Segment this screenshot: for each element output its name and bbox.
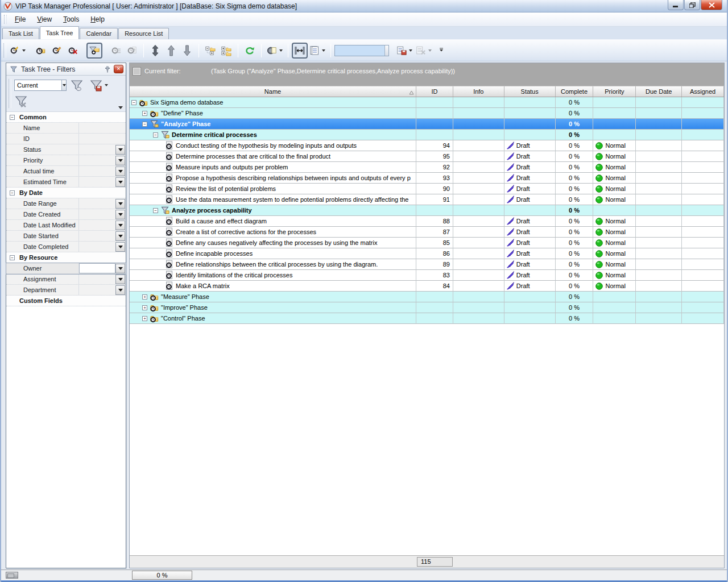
filter-item-value[interactable] xyxy=(79,220,115,230)
column-header-priority[interactable]: Priority xyxy=(593,86,636,97)
column-header-name[interactable]: Name xyxy=(130,86,416,97)
filter-item-value[interactable] xyxy=(79,177,115,187)
expand-icon[interactable]: + xyxy=(142,111,147,116)
filter-item-value[interactable] xyxy=(79,285,115,295)
grid-row[interactable]: −Analyze process capability0 % xyxy=(130,205,724,216)
column-header-status[interactable]: Status xyxy=(504,86,556,97)
grid-row[interactable]: Create a list of corrective actions for … xyxy=(130,227,724,238)
filter-panel-close-button[interactable]: ✕ xyxy=(114,65,123,73)
column-header-complete[interactable]: Complete xyxy=(556,86,594,97)
refresh-button[interactable] xyxy=(242,43,258,59)
close-button[interactable] xyxy=(701,0,722,10)
grid-row[interactable]: −Six Sigma demo database0 % xyxy=(130,97,724,108)
new-task-group-button[interactable] xyxy=(33,43,49,59)
filter-section-common[interactable]: −Common xyxy=(6,112,126,123)
filter-item-dropdown-button[interactable] xyxy=(115,242,125,252)
filter-item-dropdown-button[interactable] xyxy=(115,156,125,165)
grid-row[interactable]: −"Analyze" Phase0 % xyxy=(130,119,724,130)
filter-item-actual-time[interactable]: Actual time xyxy=(6,166,126,177)
filter-section-by-resource[interactable]: −By Resource xyxy=(6,252,126,263)
grid-row[interactable]: Identify limitations of the critical pro… xyxy=(130,270,724,281)
collapse-box-icon[interactable]: − xyxy=(10,190,15,196)
grid-row[interactable]: Define incapable processes86Draft0 %Norm… xyxy=(130,248,724,259)
filter-item-date-range[interactable]: Date Range xyxy=(6,198,126,209)
filter-item-dropdown-button[interactable] xyxy=(115,221,125,230)
filter-item-dropdown-button[interactable] xyxy=(115,275,125,284)
filter-item-value[interactable] xyxy=(79,242,115,252)
move-task-button[interactable] xyxy=(147,43,163,59)
filter-preset-combobox[interactable]: Current xyxy=(14,80,67,91)
grid-row[interactable]: +"Control" Phase0 % xyxy=(130,313,724,324)
filter-item-value[interactable] xyxy=(79,274,115,284)
menu-item-file[interactable]: File xyxy=(9,14,31,25)
collapse-icon[interactable]: − xyxy=(142,122,147,127)
tab-task-tree[interactable]: Task Tree xyxy=(40,26,80,39)
filter-preset-dropdown-button[interactable] xyxy=(61,80,66,90)
collapse-branch-button[interactable] xyxy=(202,43,218,59)
delete-layout-button[interactable] xyxy=(414,43,433,59)
filter-toolbar-overflow-button[interactable] xyxy=(118,106,123,109)
save-filter-button[interactable] xyxy=(87,78,110,93)
filter-item-dropdown-button[interactable] xyxy=(115,285,125,295)
filter-item-department[interactable]: Department xyxy=(6,285,126,296)
filter-item-date-started[interactable]: Date Started xyxy=(6,231,126,242)
new-task-dropdown-arrow[interactable] xyxy=(22,49,26,52)
clear-filter-button[interactable] xyxy=(13,94,29,109)
fit-columns-button[interactable] xyxy=(292,43,308,59)
pin-icon[interactable] xyxy=(103,65,112,74)
filter-item-value[interactable] xyxy=(79,144,115,155)
column-header-assigned[interactable]: Assigned xyxy=(682,86,724,97)
column-header-info[interactable]: Info xyxy=(453,86,504,97)
filter-item-name[interactable]: Name xyxy=(6,123,126,134)
filter-item-dropdown-button[interactable] xyxy=(115,210,125,219)
filter-item-dropdown-button[interactable] xyxy=(115,177,125,187)
collapse-icon[interactable]: − xyxy=(131,100,136,105)
tab-resource-list[interactable]: Resource List xyxy=(118,28,169,39)
grid-row[interactable]: Conduct testing of the hypothesis by mod… xyxy=(130,140,724,151)
task-export-button[interactable] xyxy=(124,43,140,59)
tab-calendar[interactable]: Calendar xyxy=(80,28,118,39)
layout-preset-combobox[interactable] xyxy=(334,45,389,56)
grid-row[interactable]: Define relationships between the critica… xyxy=(130,259,724,270)
print-preview-dropdown-arrow[interactable] xyxy=(279,49,283,52)
grid-row[interactable]: +"Improve" Phase0 % xyxy=(130,302,724,313)
filter-by-task-groups-button[interactable] xyxy=(86,43,102,59)
task-details-button[interactable] xyxy=(108,43,124,59)
filter-item-value[interactable] xyxy=(79,263,115,273)
filter-item-date-completed[interactable]: Date Completed xyxy=(6,242,126,252)
collapse-icon[interactable]: − xyxy=(153,208,158,213)
layout-preset-dropdown-button[interactable] xyxy=(384,45,388,56)
expand-icon[interactable]: + xyxy=(142,305,147,310)
filter-item-value[interactable] xyxy=(79,134,126,144)
restore-button[interactable] xyxy=(684,0,700,10)
save-layout-dropdown-arrow[interactable] xyxy=(409,49,412,52)
filter-item-value[interactable] xyxy=(79,123,126,133)
expand-icon[interactable]: + xyxy=(142,316,147,321)
filter-item-dropdown-button[interactable] xyxy=(115,264,125,273)
new-task-button[interactable] xyxy=(8,43,27,59)
expand-icon[interactable]: + xyxy=(142,294,147,300)
move-task-down-button[interactable] xyxy=(179,43,195,59)
customize-columns-button[interactable] xyxy=(308,43,327,59)
apply-filter-button[interactable] xyxy=(69,78,85,93)
collapse-box-icon[interactable]: − xyxy=(10,115,15,120)
current-filter-checkbox[interactable] xyxy=(133,68,140,75)
column-header-id[interactable]: ID xyxy=(416,86,453,97)
grid-row[interactable]: Review the list of potential problems90D… xyxy=(130,184,724,194)
grid-row[interactable]: +"Define" Phase0 % xyxy=(130,108,724,119)
grid-row[interactable]: Define any causes negatively affecting t… xyxy=(130,238,724,248)
print-preview-button[interactable] xyxy=(265,43,284,59)
delete-task-button[interactable] xyxy=(65,43,81,59)
toolbar-overflow-button[interactable] xyxy=(433,43,449,59)
grid-row[interactable]: Propose a hypothesis describing relation… xyxy=(130,173,724,184)
grid-row[interactable]: Determine processes that are critical to… xyxy=(130,151,724,162)
filter-item-dropdown-button[interactable] xyxy=(115,231,125,241)
filter-item-value[interactable] xyxy=(79,166,115,176)
column-header-due-date[interactable]: Due Date xyxy=(636,86,682,97)
grid-row[interactable]: +"Measure" Phase0 % xyxy=(130,292,724,302)
filter-item-date-last-modified[interactable]: Date Last Modified xyxy=(6,220,126,231)
grid-row[interactable]: Build a cause and effect diagram88Draft0… xyxy=(130,216,724,227)
menu-item-help[interactable]: Help xyxy=(85,14,110,25)
filter-item-value[interactable] xyxy=(79,231,115,241)
filter-item-owner[interactable]: Owner xyxy=(6,263,126,274)
